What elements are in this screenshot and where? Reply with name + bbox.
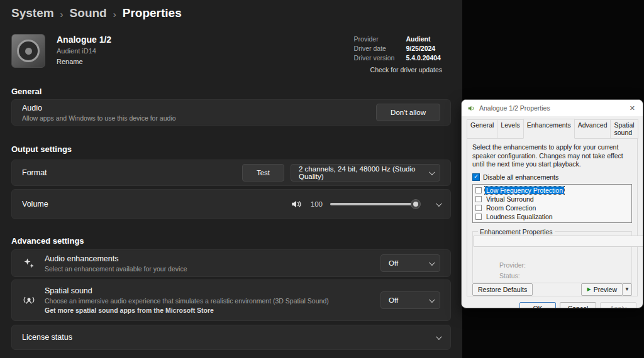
- list-item[interactable]: Low Frequency Protection: [474, 186, 631, 195]
- apply-button[interactable]: Apply: [600, 302, 636, 308]
- format-card: Format Test 2 channels, 24 bit, 48000 Hz…: [11, 160, 451, 186]
- device-model: Audient iD14: [57, 47, 111, 55]
- driver-version-value: 5.4.0.20404: [406, 54, 442, 62]
- settings-button[interactable]: Settings...: [473, 236, 643, 247]
- format-dropdown[interactable]: 2 channels, 24 bit, 48000 Hz (Studio Qua…: [291, 164, 440, 182]
- preview-split-button: ▶ Preview ▼: [581, 283, 632, 296]
- section-advanced-settings: Advanced settings: [11, 236, 451, 246]
- disable-all-enhancements-label: Disable all enhancements: [483, 173, 558, 181]
- enhancements-description: Select the enhancements to apply for you…: [472, 143, 632, 169]
- close-icon[interactable]: ✕: [628, 104, 637, 112]
- spatial-sound-description: Choose an immersive audio experience tha…: [45, 297, 329, 305]
- provider-value: Audient: [406, 35, 442, 43]
- dialog-titlebar: Analogue 1/2 Properties ✕: [462, 100, 643, 116]
- checkbox-icon[interactable]: [475, 214, 482, 220]
- audio-enhancements-title: Audio enhancements: [45, 254, 187, 263]
- enhancements-listbox[interactable]: Low Frequency Protection Virtual Surroun…: [472, 184, 632, 223]
- enhancement-properties-title: Enhancement Properties: [478, 228, 555, 236]
- spatial-sound-dropdown-value: Off: [389, 296, 398, 304]
- page-title: Properties: [123, 6, 182, 20]
- volume-slider[interactable]: [330, 198, 419, 210]
- volume-value: 100: [311, 200, 323, 208]
- properties-dialog: Analogue 1/2 Properties ✕ General Levels…: [461, 99, 643, 308]
- enhancement-properties-group: Enhancement Properties Description: Prov…: [472, 228, 632, 283]
- tab-advanced[interactable]: Advanced: [574, 119, 611, 139]
- spatial-sound-store-link[interactable]: Get more spatial sound apps from the Mic…: [45, 306, 329, 314]
- preview-dropdown-button[interactable]: ▼: [622, 283, 632, 296]
- driver-info: Provider Audient Driver date 9/25/2024 D…: [354, 34, 442, 73]
- check-driver-updates-link[interactable]: Check for driver updates: [370, 66, 442, 73]
- disable-all-enhancements-row[interactable]: ✓ Disable all enhancements: [472, 173, 632, 181]
- tab-enhancements[interactable]: Enhancements: [523, 119, 575, 139]
- list-item[interactable]: Room Correction: [474, 203, 631, 212]
- list-item-label: Virtual Surround: [485, 195, 535, 203]
- checkbox-icon[interactable]: [475, 205, 482, 211]
- driver-version-label: Driver version: [354, 54, 396, 62]
- audio-card: Audio Allow apps and Windows to use this…: [11, 99, 451, 126]
- restore-defaults-button[interactable]: Restore Defaults: [472, 283, 533, 296]
- screen: System › Sound › Properties Analogue 1/2…: [0, 0, 644, 358]
- dont-allow-button[interactable]: Don't allow: [376, 104, 440, 121]
- volume-slider-thumb[interactable]: [411, 199, 421, 209]
- audio-enhancements-description: Select an enhancement available for your…: [45, 265, 187, 273]
- device-name: Analogue 1/2: [57, 35, 111, 45]
- checkbox-icon[interactable]: [475, 187, 482, 193]
- breadcrumb: System › Sound › Properties: [11, 5, 451, 21]
- dialog-title: Analogue 1/2 Properties: [479, 104, 550, 112]
- volume-card: Volume 100: [11, 189, 451, 219]
- dialog-tabs: General Levels Enhancements Advanced Spa…: [462, 116, 643, 139]
- format-dropdown-value: 2 channels, 24 bit, 48000 Hz (Studio Qua…: [299, 165, 423, 180]
- speaker-device-icon: [11, 34, 45, 68]
- chevron-down-icon: [429, 259, 435, 266]
- list-item[interactable]: Loudness Equalization: [474, 212, 631, 221]
- tab-general[interactable]: General: [467, 119, 497, 139]
- format-label: Format: [22, 168, 47, 177]
- audio-enhancements-text: Audio enhancements Select an enhancement…: [45, 254, 187, 273]
- driver-date-value: 9/25/2024: [406, 45, 442, 52]
- enhancements-tab-page: Select the enhancements to apply for you…: [467, 138, 638, 296]
- dialog-bottom-buttons: OK Cancel Apply: [462, 296, 643, 308]
- sparkle-enhancements-icon: [22, 256, 36, 270]
- preview-button-label: Preview: [594, 286, 617, 293]
- checkbox-icon[interactable]: [475, 196, 482, 202]
- volume-speaker-icon: [289, 197, 303, 211]
- status-row: Status: Settings...: [499, 271, 628, 281]
- tab-levels[interactable]: Levels: [497, 119, 523, 139]
- list-item-label: Low Frequency Protection: [485, 187, 564, 194]
- spatial-sound-text: Spatial sound Choose an immersive audio …: [45, 286, 329, 314]
- spatial-sound-card: Spatial sound Choose an immersive audio …: [11, 279, 451, 321]
- audio-title: Audio: [22, 104, 176, 112]
- tab-spatial-sound[interactable]: Spatial sound: [610, 119, 638, 139]
- chevron-right-icon: ›: [60, 8, 64, 19]
- section-output-settings: Output settings: [11, 144, 451, 155]
- chevron-down-icon: [429, 296, 435, 303]
- license-status-title: License status: [22, 333, 72, 342]
- license-status-card[interactable]: License status: [11, 325, 451, 350]
- preview-button[interactable]: ▶ Preview: [581, 283, 623, 296]
- volume-label: Volume: [22, 200, 48, 209]
- chevron-down-icon: [429, 169, 435, 175]
- list-item-label: Room Correction: [485, 204, 537, 212]
- spatial-sound-dropdown[interactable]: Off: [380, 291, 440, 309]
- list-item[interactable]: Virtual Surround: [474, 195, 631, 203]
- ok-button[interactable]: OK: [519, 302, 556, 308]
- checkbox-checked-icon[interactable]: ✓: [472, 173, 480, 181]
- cancel-button[interactable]: Cancel: [560, 302, 596, 308]
- audio-enhancements-card: Audio enhancements Select an enhancement…: [11, 249, 451, 277]
- chevron-right-icon: ›: [113, 8, 116, 19]
- section-general: General: [11, 87, 451, 97]
- settings-window: System › Sound › Properties Analogue 1/2…: [0, 0, 462, 358]
- device-text: Analogue 1/2 Audient iD14 Rename: [57, 34, 111, 65]
- chevron-down-icon[interactable]: [436, 200, 442, 207]
- chevron-down-icon[interactable]: [436, 334, 442, 340]
- breadcrumb-system[interactable]: System: [11, 6, 54, 20]
- play-icon: ▶: [587, 287, 591, 292]
- audio-enhancements-dropdown-value: Off: [389, 259, 398, 267]
- device-header: Analogue 1/2 Audient iD14 Rename Provide…: [11, 34, 451, 70]
- status-field-label: Status:: [499, 272, 520, 279]
- audio-enhancements-dropdown[interactable]: Off: [380, 254, 440, 272]
- test-button[interactable]: Test: [242, 164, 284, 182]
- rename-link[interactable]: Rename: [57, 58, 111, 65]
- list-item-label: Loudness Equalization: [485, 213, 554, 220]
- breadcrumb-sound[interactable]: Sound: [70, 6, 107, 20]
